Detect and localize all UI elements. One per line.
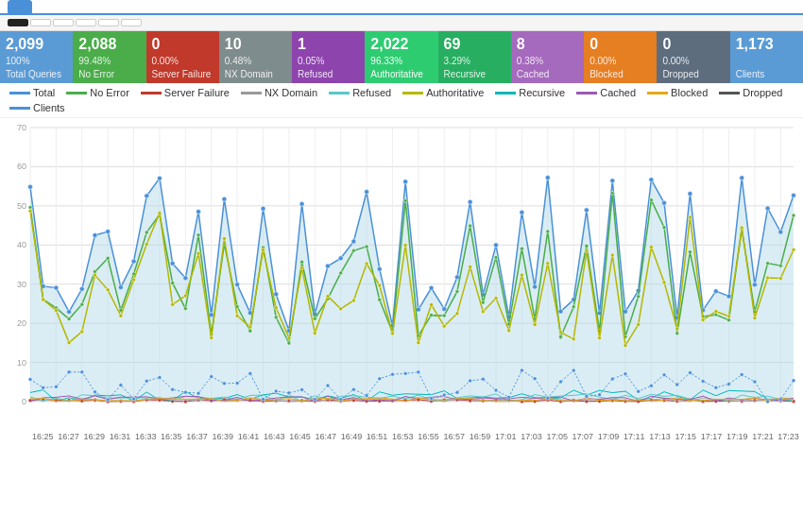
svg-text:10: 10: [17, 358, 26, 368]
nav-tab-dnsclient[interactable]: [155, 0, 179, 13]
svg-point-342: [753, 380, 757, 384]
svg-point-309: [326, 384, 330, 387]
svg-point-80: [468, 199, 472, 204]
legend-line-icon: [576, 92, 597, 94]
svg-point-288: [54, 385, 58, 388]
svg-point-285: [792, 400, 795, 403]
svg-point-137: [430, 313, 434, 317]
svg-point-53: [118, 284, 123, 289]
x-label: 17:11: [624, 432, 645, 441]
svg-point-209: [585, 249, 589, 253]
svg-point-52: [106, 230, 111, 234]
svg-point-87: [558, 309, 563, 314]
svg-point-82: [494, 243, 499, 248]
svg-text:0: 0: [22, 397, 26, 406]
svg-point-163: [766, 262, 770, 266]
legend-item-dropped: Dropped: [719, 87, 782, 98]
btn-custom[interactable]: [121, 19, 142, 26]
svg-point-321: [481, 377, 485, 381]
x-label: 16:47: [315, 432, 336, 441]
svg-text:70: 70: [17, 123, 26, 132]
svg-point-215: [662, 281, 666, 284]
x-label: 17:15: [675, 432, 696, 441]
nav-tab-apps[interactable]: [130, 0, 155, 13]
svg-point-154: [649, 198, 653, 202]
x-label: 17:07: [572, 432, 594, 441]
svg-point-147: [558, 335, 562, 339]
svg-point-246: [287, 399, 291, 403]
svg-point-123: [248, 329, 252, 333]
svg-point-112: [106, 256, 110, 260]
svg-point-146: [546, 230, 550, 233]
svg-point-115: [145, 231, 148, 234]
svg-text:30: 30: [17, 280, 26, 289]
nav-tab-dhcp[interactable]: [204, 0, 229, 13]
svg-point-197: [430, 303, 434, 307]
x-label: 16:51: [367, 432, 388, 441]
x-label: 17:23: [777, 432, 799, 441]
nav-tab-allowed[interactable]: [81, 0, 106, 13]
x-label: 17:01: [495, 432, 517, 441]
svg-point-58: [183, 276, 188, 281]
svg-point-223: [766, 276, 770, 280]
btn-last-day[interactable]: [30, 19, 51, 26]
svg-point-297: [171, 387, 175, 391]
svg-point-54: [131, 259, 136, 264]
svg-point-173: [119, 314, 123, 317]
nav-tab-settings[interactable]: [179, 0, 204, 13]
legend-line-icon: [402, 92, 423, 94]
svg-point-164: [778, 264, 782, 267]
svg-point-214: [649, 246, 653, 249]
svg-point-46: [28, 184, 33, 189]
stat-box-no-error: 2,08899.48%No Error: [73, 31, 145, 83]
nav-tab-cache[interactable]: [57, 0, 81, 13]
nav-tab-dashboard[interactable]: [8, 0, 32, 13]
svg-point-109: [67, 317, 71, 321]
nav-tab-administration[interactable]: [229, 0, 253, 13]
x-label: 16:57: [444, 432, 466, 441]
svg-point-117: [171, 281, 175, 284]
svg-point-323: [507, 395, 511, 399]
x-label: 16:39: [213, 432, 234, 441]
svg-point-190: [339, 307, 343, 311]
svg-point-84: [520, 210, 524, 215]
nav-tab-blocked[interactable]: [106, 0, 130, 13]
legend-line-icon: [9, 92, 30, 94]
svg-point-218: [701, 318, 705, 322]
nav-tab-zones[interactable]: [32, 0, 57, 13]
x-label: 17:05: [546, 432, 568, 441]
nav-tab-logs[interactable]: [253, 0, 278, 13]
svg-point-194: [390, 332, 394, 335]
svg-point-294: [132, 397, 136, 401]
svg-point-48: [54, 285, 59, 290]
svg-point-103: [765, 206, 770, 211]
svg-text:20: 20: [17, 318, 26, 328]
legend-line-icon: [719, 92, 740, 94]
svg-point-169: [67, 341, 71, 345]
svg-point-99: [713, 289, 718, 294]
svg-point-186: [287, 336, 291, 340]
svg-point-119: [196, 233, 200, 237]
svg-point-301: [222, 382, 226, 386]
btn-last-hour[interactable]: [8, 19, 28, 26]
svg-point-170: [80, 330, 84, 334]
stat-box-cached: 80.38%Cached: [511, 31, 584, 83]
svg-point-185: [274, 306, 278, 310]
btn-last-week[interactable]: [53, 19, 74, 26]
svg-point-331: [610, 377, 614, 381]
svg-point-165: [792, 214, 795, 217]
chart-container: 010203040506070 16:2516:2716:2916:3116:3…: [0, 118, 803, 449]
svg-point-326: [546, 396, 550, 400]
svg-point-299: [196, 391, 200, 395]
x-label: 17:17: [701, 432, 723, 441]
svg-point-64: [261, 206, 265, 211]
svg-point-174: [132, 278, 136, 282]
main-chart: 010203040506070: [0, 118, 803, 430]
nav-tab-about[interactable]: [278, 0, 302, 13]
svg-point-182: [235, 314, 239, 317]
svg-point-327: [558, 380, 562, 384]
btn-last-year[interactable]: [98, 19, 119, 26]
btn-last-month[interactable]: [76, 19, 96, 26]
svg-point-307: [300, 387, 304, 391]
svg-point-149: [585, 244, 589, 248]
